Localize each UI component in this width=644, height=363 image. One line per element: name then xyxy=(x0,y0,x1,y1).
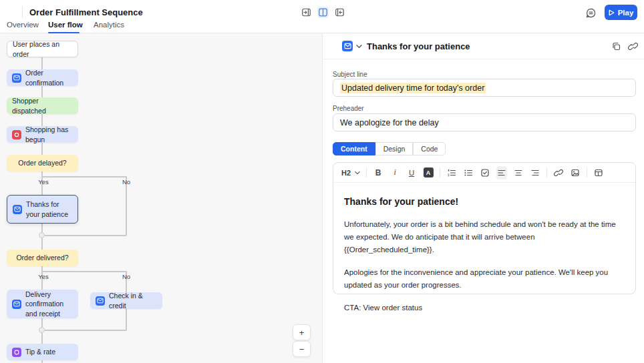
collapse-right-panel-button[interactable] xyxy=(334,7,345,18)
chevron-down-icon xyxy=(355,171,360,175)
underline-button[interactable]: U xyxy=(406,166,417,179)
align-right-icon xyxy=(530,168,540,177)
in-app-message-icon xyxy=(12,348,21,357)
flow-node-order-confirmation[interactable]: Order confirmation xyxy=(7,69,78,86)
node-label: Order confirmation xyxy=(25,68,73,87)
toolbar-separator xyxy=(587,167,587,177)
chevron-down-icon[interactable] xyxy=(356,44,362,49)
active-tab-underline xyxy=(48,32,79,33)
link-icon xyxy=(628,41,638,51)
node-label: Delivery confirmation and receipt xyxy=(25,290,73,318)
edge xyxy=(41,143,43,155)
inspector-title: Thanks for your patience xyxy=(367,41,470,51)
branch-label-no: No xyxy=(116,178,136,186)
node-label: Order delayed? xyxy=(18,158,66,167)
insert-link-button[interactable] xyxy=(553,166,564,179)
split-view-icon xyxy=(318,7,328,17)
email-icon xyxy=(13,205,22,214)
insert-table-button[interactable] xyxy=(593,166,604,179)
comments-button[interactable] xyxy=(584,6,597,19)
ordered-list-button[interactable] xyxy=(446,166,457,179)
editor-content[interactable]: Thanks for your patience! Unfortunately,… xyxy=(333,183,635,314)
flow-node-order-delayed[interactable]: Order delayed? xyxy=(7,155,78,171)
bold-button[interactable]: B xyxy=(373,166,383,179)
email-paragraph: Apologies for the inconvenience and appr… xyxy=(344,266,625,292)
email-channel-icon[interactable] xyxy=(342,41,353,51)
flow-node-user-places-order[interactable]: User places an order xyxy=(7,41,78,57)
edge xyxy=(41,360,43,363)
flow-node-tip-and-rate[interactable]: Tip & rate xyxy=(7,344,78,360)
zoom-in-button[interactable]: + xyxy=(293,324,311,340)
heading-style-dropdown[interactable]: H2 xyxy=(341,166,360,179)
flow-node-shopping-has-begun[interactable]: Shopping has begun xyxy=(7,126,78,143)
edge xyxy=(126,309,127,330)
split-view-button[interactable] xyxy=(317,7,329,18)
email-heading: Thanks for your patience! xyxy=(344,196,625,207)
tab-content[interactable]: Content xyxy=(333,142,375,155)
align-right-button[interactable] xyxy=(530,166,540,179)
text-color-button[interactable]: A xyxy=(423,166,434,179)
merge-node xyxy=(39,327,45,333)
flow-node-check-in-credit[interactable]: Check in & credit xyxy=(90,292,162,309)
email-icon xyxy=(12,73,21,83)
collapse-left-panel-button[interactable] xyxy=(301,7,312,18)
checklist-button[interactable] xyxy=(480,166,490,179)
image-icon xyxy=(571,168,580,177)
panel-arrow-right-icon xyxy=(301,7,311,17)
tab-analytics[interactable]: Analytics xyxy=(94,21,124,33)
bullet-list-button[interactable] xyxy=(463,166,474,179)
insert-image-button[interactable] xyxy=(570,166,581,179)
inspector-header-divider xyxy=(323,59,644,59)
align-center-icon xyxy=(514,168,523,177)
subject-input[interactable]: Updated delivery time for today's order xyxy=(333,79,636,97)
email-editor: H2 B i U A Thanks for your patience! Unf… xyxy=(333,162,636,294)
align-left-button[interactable] xyxy=(496,166,507,179)
page-title: Order Fulfillment Sequence xyxy=(29,7,143,17)
panel-arrow-left-icon xyxy=(335,7,345,17)
edge xyxy=(41,176,126,177)
node-label: Shopper dispatched xyxy=(12,96,73,115)
flow-node-shopper-dispatched[interactable]: Shopper dispatched xyxy=(7,97,78,114)
branch-label-no: No xyxy=(116,273,136,280)
edge xyxy=(45,330,126,331)
email-paragraph: Unfortunately, your order is a bit behin… xyxy=(344,218,625,256)
tab-overview[interactable]: Overview xyxy=(7,21,39,33)
flow-node-delivery-confirmation[interactable]: Delivery confirmation and receipt xyxy=(7,290,78,318)
node-label: Check in & credit xyxy=(109,291,157,310)
tab-design[interactable]: Design xyxy=(375,142,414,155)
checklist-icon xyxy=(480,168,490,177)
duplicate-button[interactable] xyxy=(609,39,623,53)
email-icon xyxy=(96,296,105,306)
play-icon xyxy=(609,9,615,16)
text-color-icon: A xyxy=(424,167,434,177)
tab-code[interactable]: Code xyxy=(413,142,446,155)
edge xyxy=(41,57,43,69)
align-center-button[interactable] xyxy=(513,166,524,179)
align-left-icon xyxy=(497,168,506,177)
flow-node-order-delivered[interactable]: Order delivered? xyxy=(7,250,78,266)
node-label: User places an order xyxy=(13,39,72,58)
preheader-input[interactable]: We apologize for the delay xyxy=(333,113,636,131)
node-label: Thanks for your patience xyxy=(26,200,72,218)
subject-value: Updated delivery time for today's order xyxy=(340,83,486,93)
edge xyxy=(41,271,126,272)
editor-toolbar: H2 B i U A xyxy=(333,163,635,183)
copy-icon xyxy=(611,41,621,51)
email-cta: CTA: View order status xyxy=(344,302,625,314)
email-icon xyxy=(12,300,21,309)
italic-button[interactable]: i xyxy=(389,166,400,179)
bullet-list-icon xyxy=(464,168,473,177)
node-label: Shopping has begun xyxy=(25,125,73,143)
flow-node-thanks-for-your-patience[interactable]: Thanks for your patience xyxy=(7,195,78,224)
toolbar-separator xyxy=(440,167,440,177)
branch-label-yes: Yes xyxy=(33,273,53,280)
preheader-label: Preheader xyxy=(333,105,364,112)
copy-link-button[interactable] xyxy=(626,39,639,53)
merge-node xyxy=(39,232,45,238)
toolbar-separator xyxy=(366,167,367,177)
subject-label: Subject line xyxy=(333,71,367,78)
play-button[interactable]: Play xyxy=(605,5,637,20)
zoom-out-button[interactable]: − xyxy=(293,341,311,357)
editor-mode-tabs: Content Design Code xyxy=(333,142,446,155)
toolbar-separator xyxy=(546,167,547,177)
